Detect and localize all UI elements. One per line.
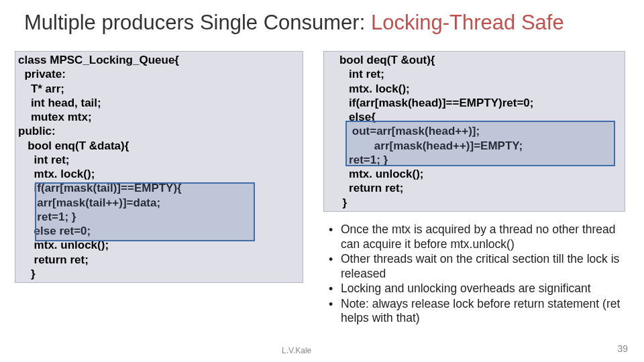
title-accent: Locking-Thread Safe: [371, 11, 564, 34]
slide-title: Multiple producers Single Consumer: Lock…: [24, 11, 631, 35]
code-block-enq: class MPSC_Locking_Queue{ private: T* ar…: [15, 51, 303, 283]
title-plain: Multiple producers Single Consumer:: [24, 11, 371, 34]
bullet-item: Note: always release lock before return …: [341, 297, 633, 326]
bullet-list: Once the mtx is acquired by a thread no …: [323, 223, 633, 326]
bullet-item: Once the mtx is acquired by a thread no …: [341, 223, 633, 251]
bullet-item: Other threads wait on the critical secti…: [341, 252, 633, 281]
footer-page-number: 39: [617, 343, 628, 354]
code-block-deq: bool deq(T &out){ int ret; mtx. lock(); …: [323, 51, 625, 212]
bullet-item: Locking and unlocking overheads are sign…: [341, 282, 633, 296]
footer-author: L.V.Kale: [282, 346, 311, 355]
